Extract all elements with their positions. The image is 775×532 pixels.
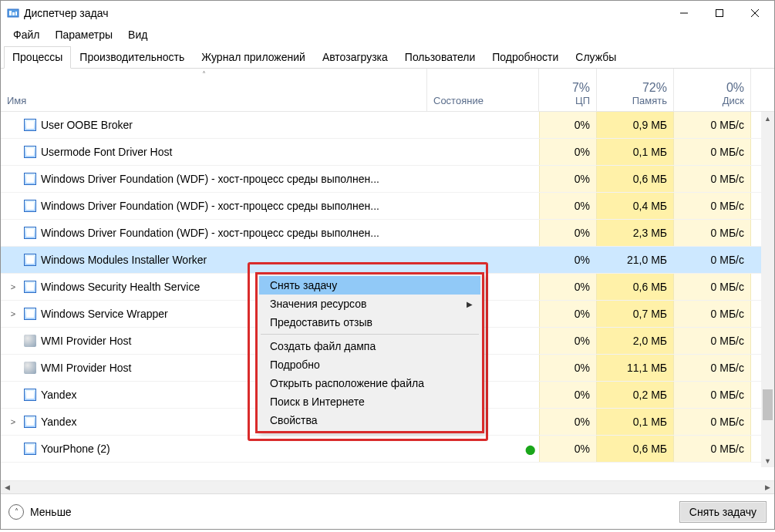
menu-view[interactable]: Вид — [120, 26, 155, 43]
process-name: Windows Driver Foundation (WDF) - хост-п… — [41, 200, 379, 212]
process-name: Windows Service Wrapper — [41, 308, 168, 320]
cell-name: User OOBE Broker — [1, 112, 427, 138]
minimize-button[interactable] — [666, 1, 702, 25]
cell-cpu: 0% — [539, 139, 597, 165]
scrollbar-thumb[interactable] — [763, 389, 773, 420]
ctx-feedback[interactable]: Предоставить отзыв — [259, 313, 480, 332]
tab-users[interactable]: Пользователи — [396, 46, 484, 69]
tab-performance[interactable]: Производительность — [71, 46, 193, 69]
cell-status — [427, 139, 539, 165]
tab-startup[interactable]: Автозагрузка — [314, 46, 396, 69]
maximize-button[interactable] — [702, 1, 737, 25]
process-name: User OOBE Broker — [41, 119, 133, 131]
app-window-icon — [24, 416, 36, 428]
scroll-up-icon[interactable]: ▲ — [761, 112, 774, 125]
horizontal-scrollbar[interactable]: ◀ ▶ — [1, 480, 774, 493]
cell-memory: 0,1 МБ — [597, 139, 674, 165]
cell-cpu: 0% — [539, 301, 597, 327]
ctx-search-online[interactable]: Поиск в Интернете — [259, 392, 480, 411]
process-name: WMI Provider Host — [41, 335, 131, 347]
tab-app-history[interactable]: Журнал приложений — [193, 46, 314, 69]
svg-rect-3 — [15, 12, 17, 15]
end-task-button[interactable]: Снять задачу — [679, 501, 767, 523]
expand-toggle[interactable]: > — [7, 309, 19, 318]
column-header-name[interactable]: Имя — [1, 69, 427, 111]
table-row[interactable]: Windows Driver Foundation (WDF) - хост-п… — [1, 220, 774, 247]
table-row[interactable]: Usermode Font Driver Host0%0,1 МБ0 МБ/с — [1, 139, 774, 166]
cell-disk: 0 МБ/с — [674, 193, 751, 219]
column-header-disk[interactable]: 0% Диск — [674, 69, 751, 111]
app-window-icon — [24, 254, 36, 266]
sort-indicator-icon: ˄ — [202, 70, 206, 79]
ctx-end-task[interactable]: Снять задачу — [259, 276, 480, 295]
process-name: Yandex — [41, 389, 76, 401]
tab-processes[interactable]: Процессы — [4, 46, 71, 69]
cell-memory: 0,6 МБ — [597, 274, 674, 300]
table-row[interactable]: User OOBE Broker0%0,9 МБ0 МБ/с — [1, 112, 774, 139]
cell-disk: 0 МБ/с — [674, 247, 751, 273]
table-row[interactable]: Windows Driver Foundation (WDF) - хост-п… — [1, 193, 774, 220]
expand-toggle[interactable]: > — [7, 417, 19, 426]
scroll-left-icon[interactable]: ◀ — [1, 483, 14, 491]
context-menu: Снять задачу Значения ресурсов ▶ Предост… — [257, 274, 483, 432]
window-controls — [666, 1, 773, 25]
cell-disk: 0 МБ/с — [674, 301, 751, 327]
fewer-details-button[interactable]: ˄ Меньше — [8, 504, 72, 520]
scroll-right-icon[interactable]: ▶ — [761, 483, 774, 491]
cell-status — [427, 193, 539, 219]
cell-disk: 0 МБ/с — [674, 328, 751, 354]
scroll-down-icon[interactable]: ▼ — [761, 454, 774, 467]
ctx-create-dump[interactable]: Создать файл дампа — [259, 337, 480, 355]
expand-toggle[interactable]: > — [7, 282, 19, 291]
cell-cpu: 0% — [539, 436, 597, 462]
cell-name: YourPhone (2) — [1, 436, 427, 462]
cell-cpu: 0% — [539, 382, 597, 408]
table-row[interactable]: Windows Driver Foundation (WDF) - хост-п… — [1, 166, 774, 193]
service-icon — [24, 335, 36, 347]
ctx-open-location[interactable]: Открыть расположение файла — [259, 374, 480, 392]
menu-options[interactable]: Параметры — [47, 26, 120, 43]
cell-memory: 0,7 МБ — [597, 301, 674, 327]
process-name: Windows Driver Foundation (WDF) - хост-п… — [41, 173, 379, 185]
fewer-details-label: Меньше — [30, 506, 72, 518]
column-header-status[interactable]: Состояние — [427, 69, 539, 111]
process-name: Windows Modules Installer Worker — [41, 254, 207, 266]
cell-cpu: 0% — [539, 166, 597, 192]
cell-memory: 0,1 МБ — [597, 409, 674, 435]
column-header-cpu[interactable]: 7% ЦП — [539, 69, 597, 111]
tabs: Процессы Производительность Журнал прило… — [1, 44, 774, 69]
table-row[interactable]: YourPhone (2)⬤0%0,6 МБ0 МБ/с — [1, 436, 774, 463]
table-row[interactable]: Windows Modules Installer Worker0%21,0 М… — [1, 247, 774, 274]
cell-memory: 0,2 МБ — [597, 382, 674, 408]
process-name: Windows Security Health Service — [41, 281, 200, 293]
cell-cpu: 0% — [539, 193, 597, 219]
tab-services[interactable]: Службы — [567, 46, 625, 69]
vertical-scrollbar[interactable]: ▲ ▼ — [761, 112, 774, 467]
chevron-up-icon: ˄ — [8, 504, 24, 520]
ctx-properties[interactable]: Свойства — [259, 411, 480, 429]
cell-cpu: 0% — [539, 112, 597, 138]
cell-name: Windows Driver Foundation (WDF) - хост-п… — [1, 220, 427, 246]
service-icon — [24, 362, 36, 374]
tab-details[interactable]: Подробности — [484, 46, 567, 69]
app-window-icon — [24, 227, 36, 239]
column-header-memory[interactable]: 72% Память — [597, 69, 674, 111]
cell-disk: 0 МБ/с — [674, 409, 751, 435]
cell-cpu: 0% — [539, 409, 597, 435]
column-headers: ˄ Имя Состояние 7% ЦП 72% Память 0% Диск — [1, 69, 774, 112]
titlebar[interactable]: Диспетчер задач — [1, 1, 774, 25]
app-window-icon — [24, 146, 36, 158]
cell-status — [427, 247, 539, 273]
ctx-details[interactable]: Подробно — [259, 355, 480, 374]
window-title: Диспетчер задач — [24, 7, 666, 19]
process-name: Yandex — [41, 416, 76, 428]
cell-memory: 0,6 МБ — [597, 166, 674, 192]
cell-disk: 0 МБ/с — [674, 274, 751, 300]
leaf-status-icon: ⬤ — [525, 444, 530, 449]
svg-rect-2 — [12, 12, 15, 15]
cell-disk: 0 МБ/с — [674, 112, 751, 138]
menu-file[interactable]: Файл — [5, 26, 47, 43]
cell-memory: 0,4 МБ — [597, 193, 674, 219]
ctx-resource-values[interactable]: Значения ресурсов ▶ — [259, 295, 480, 313]
close-button[interactable] — [737, 1, 773, 25]
